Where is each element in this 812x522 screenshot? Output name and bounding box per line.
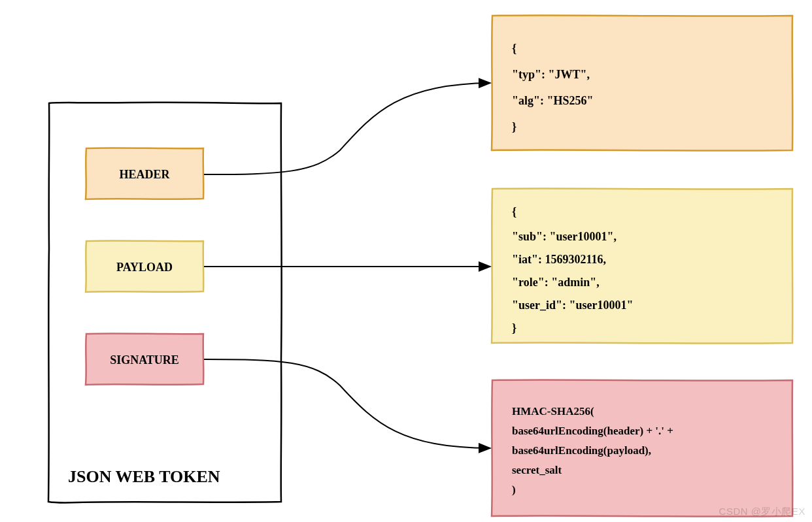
- svg-text:"role": "admin",: "role": "admin",: [512, 276, 600, 289]
- signature-box: SIGNATURE: [86, 333, 203, 385]
- payload-detail-box: { "sub": "user10001", "iat": 1569302116,…: [492, 188, 792, 343]
- svg-text:): ): [512, 483, 516, 496]
- svg-text:"user_id": "user10001": "user_id": "user10001": [512, 299, 633, 312]
- svg-text:{: {: [512, 205, 516, 218]
- svg-text:"sub": "user10001",: "sub": "user10001",: [512, 230, 617, 243]
- svg-text:"typ": "JWT",: "typ": "JWT",: [512, 68, 590, 81]
- header-box: HEADER: [86, 148, 203, 199]
- header-detail-box: { "typ": "JWT", "alg": "HS256" }: [492, 15, 792, 150]
- payload-box: PAYLOAD: [86, 240, 203, 292]
- signature-detail-box: HMAC-SHA256( base64urlEncoding(header) +…: [492, 380, 792, 516]
- svg-text:base64urlEncoding(payload),: base64urlEncoding(payload),: [512, 444, 651, 457]
- header-label: HEADER: [119, 168, 170, 181]
- svg-text:{: {: [512, 42, 516, 55]
- svg-text:}: }: [512, 120, 516, 133]
- svg-text:"iat": 1569302116,: "iat": 1569302116,: [512, 253, 606, 266]
- svg-text:HMAC-SHA256(: HMAC-SHA256(: [512, 405, 594, 417]
- svg-text:"alg": "HS256": "alg": "HS256": [512, 94, 593, 107]
- svg-text:}: }: [512, 321, 516, 334]
- payload-label: PAYLOAD: [116, 261, 173, 274]
- arrow-header: [204, 83, 490, 174]
- jwt-container-title: JSON WEB TOKEN: [68, 467, 220, 486]
- svg-text:base64urlEncoding(header) + '.: base64urlEncoding(header) + '.' +: [512, 425, 673, 437]
- arrow-signature: [204, 359, 490, 448]
- svg-text:secret_salt: secret_salt: [512, 464, 562, 476]
- watermark-text: CSDN @罗小爬EX: [719, 506, 805, 518]
- signature-label: SIGNATURE: [110, 353, 179, 367]
